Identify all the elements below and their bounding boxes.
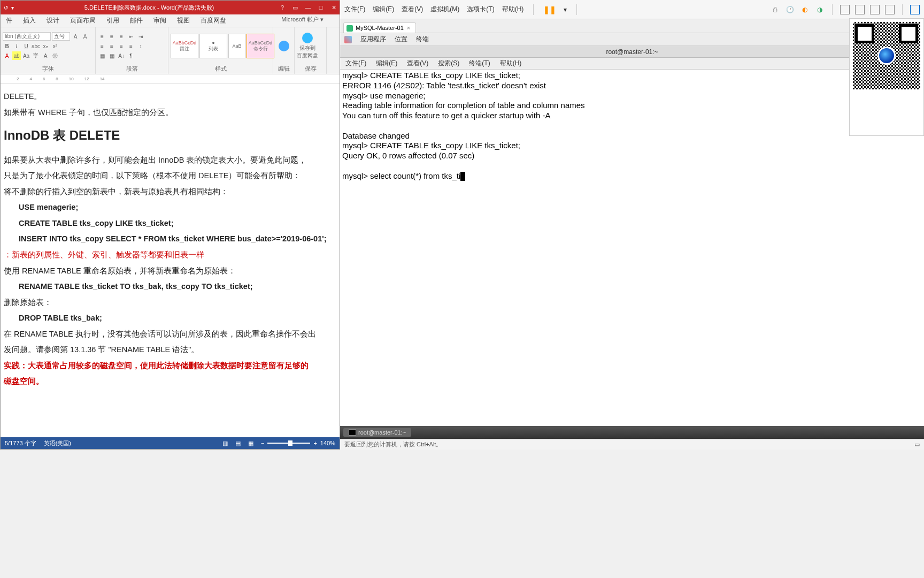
shading-icon[interactable]: ▦ [98,51,106,60]
guest-tab-places[interactable]: 位置 [395,35,407,44]
doc-code: USE menagerie; [4,200,336,215]
bold-icon[interactable]: B [3,42,11,50]
doc-note: ：新表的列属性、外键、索引、触发器等都要和旧表一样 [4,248,336,263]
vm-menu-vm[interactable]: 虚拟机(M) [430,5,459,14]
minimize-icon[interactable]: — [302,4,314,11]
guest-tab-apps[interactable]: 应用程序 [360,35,386,44]
clock-icon[interactable]: 🕐 [785,5,795,14]
sort-icon[interactable]: A↓ [117,51,126,60]
device-icon[interactable]: ▭ [914,441,920,448]
edit-button[interactable] [275,41,292,51]
page-count[interactable]: 5/1773 个字 [5,439,36,447]
line-spacing-icon[interactable]: ↕ [136,42,145,50]
view-unity-icon[interactable] [870,5,880,14]
border-icon[interactable]: A [41,51,50,60]
term-menu-terminal[interactable]: 终端(T) [469,59,490,68]
vm-menu-tabs[interactable]: 选项卡(T) [467,5,494,14]
view-split-icon[interactable] [855,5,865,14]
clear-format-icon[interactable]: Aa [22,51,30,60]
guest-tab-terminal[interactable]: 终端 [416,35,429,44]
multilevel-icon[interactable]: ≡ [117,32,126,41]
align-center-icon[interactable]: ≡ [107,42,116,50]
help-icon[interactable]: ? [276,4,288,11]
power-dropdown-icon[interactable]: ▾ [564,6,567,13]
zoom-value[interactable]: 140% [320,440,335,446]
view-full-icon[interactable] [885,5,895,14]
font-size-select[interactable]: 五号 [52,32,70,41]
style-item[interactable]: AaBbCcDd留注 [171,34,198,58]
vm-tab[interactable]: MySQL-Master-01× [343,22,416,33]
qr-logo-icon [877,47,896,65]
italic-icon[interactable]: I [12,42,21,50]
tab-review[interactable]: 审阅 [148,16,172,25]
superscript-icon[interactable]: x² [51,42,59,50]
zoom-slider[interactable]: −+ 140% [261,440,335,446]
view-single-icon[interactable] [840,5,850,14]
tab-insert[interactable]: 插入 [18,16,41,25]
bullets-icon[interactable]: ≡ [98,32,106,41]
phonetic-icon[interactable]: 字 [32,51,40,60]
word-window: ↺▾ 5.DELETE删除表数据.docx - Word(产品激活失败) ? ▭… [0,0,340,450]
qr-overlay [849,18,924,136]
snapshot-icon[interactable]: ⎙ [770,5,780,14]
ms-account[interactable]: Microsoft 帐户 ▾ [281,16,324,24]
document-body[interactable]: DELETE。 如果带有 WHERE 子句，也仅匹配指定的分区。 InnoDB … [1,84,340,427]
term-menu-file[interactable]: 文件(F) [345,59,366,68]
term-menu-view[interactable]: 查看(V) [407,59,428,68]
quick-access[interactable]: ↺▾ [1,5,22,11]
style-item-selected[interactable]: AaBbCcDd命令行 [247,34,274,58]
tab-view[interactable]: 视图 [172,16,195,25]
doc-code: DROP TABLE tks_bak; [4,311,336,326]
tab-close-icon[interactable]: × [407,25,410,31]
justify-icon[interactable]: ≡ [127,42,135,50]
vm-menu-help[interactable]: 帮助(H) [502,5,524,14]
maximize-icon[interactable]: □ [315,4,327,11]
tab-layout[interactable]: 页面布局 [65,16,101,25]
shrink-font-icon[interactable]: A [81,32,89,41]
ruler[interactable]: 2468101214 [1,74,340,84]
circle-char-icon[interactable]: ㊕ [51,51,59,60]
style-item[interactable]: AaB [228,34,245,58]
style-item[interactable]: ●列表 [199,34,227,58]
show-marks-icon[interactable]: ¶ [127,51,135,60]
terminal-output[interactable]: mysql> CREATE TABLE tks_copy LIKE tks_ti… [340,70,924,423]
strike-icon[interactable]: abc [32,42,40,50]
numbering-icon[interactable]: ≡ [107,32,116,41]
subscript-icon[interactable]: x₂ [41,42,50,50]
vm-menu-view[interactable]: 查看(V) [402,5,423,14]
term-menu-edit[interactable]: 编辑(E) [376,59,397,68]
revert-icon[interactable]: ◑ [815,5,825,14]
font-color-icon[interactable]: A [3,51,11,60]
suspend-icon[interactable]: ◐ [800,5,810,14]
grow-font-icon[interactable]: A [71,32,80,41]
tab-mailings[interactable]: 邮件 [125,16,148,25]
activities-icon[interactable] [344,36,352,43]
term-menu-help[interactable]: 帮助(H) [500,59,522,68]
indent-left-icon[interactable]: ⇤ [127,32,135,41]
indent-right-icon[interactable]: ⇥ [136,32,145,41]
tab-design[interactable]: 设计 [41,16,65,25]
vm-menu-edit[interactable]: 编辑(E) [373,5,394,14]
underline-icon[interactable]: U [22,42,30,50]
tab-file[interactable]: 件 [1,16,18,25]
close-icon[interactable]: ✕ [328,4,340,11]
borders-icon[interactable]: ▦ [107,51,116,60]
term-menu-search[interactable]: 搜索(S) [438,59,459,68]
vmware-window: 文件(F) 编辑(E) 查看(V) 虚拟机(M) 选项卡(T) 帮助(H) ❚❚… [340,0,924,450]
font-name-select[interactable]: libri (西文正文) [3,32,51,41]
align-left-icon[interactable]: ≡ [98,42,106,50]
vm-menu-file[interactable]: 文件(F) [344,5,365,14]
view-read-icon[interactable]: ▤ [235,440,241,447]
view-web-icon[interactable]: ▦ [248,440,253,447]
view-print-icon[interactable]: ▥ [222,440,228,447]
taskbar-item[interactable]: root@master-01:~ [343,428,411,437]
highlight-icon[interactable]: ab [12,51,21,60]
language[interactable]: 英语(美国) [44,439,71,447]
save-cloud-button[interactable]: 保存到 百度网盘 [297,33,318,59]
ribbon-toggle-icon[interactable]: ▭ [289,4,301,11]
align-right-icon[interactable]: ≡ [117,42,126,50]
tab-baidu[interactable]: 百度网盘 [195,16,232,25]
console-icon[interactable] [910,5,920,14]
tab-references[interactable]: 引用 [101,16,125,25]
pause-icon[interactable]: ❚❚ [543,5,556,14]
